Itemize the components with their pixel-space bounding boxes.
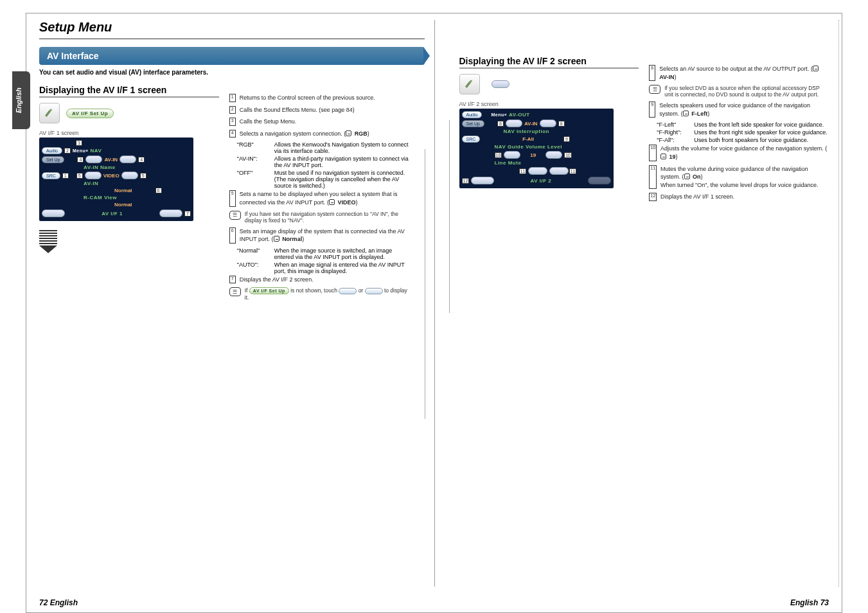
item-4: 4Selects a navigation system connection.… [229,130,409,138]
callout-3: 3 [76,140,82,146]
ui-nav-int-label: NAV Interruption [504,129,549,134]
item-9-opt-fright: "F-Right":Uses the front right side spea… [657,129,829,136]
ui-nav-label: NAV [91,148,102,154]
item-9: 9Selects speakers used for voice guidanc… [649,102,829,118]
disk-icon [684,173,690,179]
ui-right-arrow-4[interactable] [545,151,562,159]
item-5: 5Sets a name to be displayed when you se… [229,190,409,206]
ui-src-button[interactable]: SRC [42,172,60,179]
item-4-opt-avin: "AV-IN":Allows a third-party navigation … [237,155,409,168]
ui-line-mute-label: Line Mute [495,160,522,166]
av-if-2-screen: Audio Menu« AV-OUT Set Up 8 AV-IN [459,109,614,188]
callout-4b: 4 [138,157,145,163]
item-7: 7Displays the AV I/F 2 screen. [229,276,409,284]
section-title-bar: AV Interface [39,47,425,65]
ui-guide-vol-label: NAV Guide Volume Level [495,144,562,150]
subsection-heading-1: Displaying the AV I/F 1 screen [39,85,219,98]
device-button-row-2 [459,74,639,94]
callout-4: 4 [77,157,84,163]
footnote-left: ☰ If AV I/F Set Up is not shown, touch o… [229,287,409,301]
ui-avin-name-label: AV-IN Name [84,164,116,170]
ui-avin2-label: AV-IN [84,181,98,186]
ui-left-arrow-4[interactable] [504,151,520,159]
footer-left: 72 English [39,598,78,607]
disk-icon [660,154,666,159]
ui-avin-value-2: AV-IN [524,121,538,127]
ui-setup-button-2[interactable]: Set Up [462,120,484,127]
item-6: 6Sets an image display of the system tha… [229,227,409,244]
callout-11: 11 [519,168,527,174]
svg-rect-1 [470,80,472,82]
language-tab: English [12,71,30,129]
vertical-divider-left [425,149,425,419]
item-8: 8Selects an AV source to be output at th… [649,65,829,81]
ui-src-button-2[interactable]: SRC [462,136,481,143]
item-2: 2Calls the Sound Effects Menu. (see page… [229,106,409,114]
svg-rect-0 [50,109,52,111]
ui-next-page[interactable] [159,209,182,217]
ui-right-arrow-3[interactable] [540,120,556,127]
left-page: Setup Menu AV Interface You can set audi… [39,20,434,593]
ui-footer-1: AV I/F 1 [67,211,157,217]
callout-5: 5 [76,173,83,179]
ui-left-arrow[interactable] [85,155,102,163]
ui-normal-1: Normal [114,188,132,193]
right-page: Displaying the AV I/F 2 screen AV I/F 2 … [434,20,829,593]
ui-audio-button[interactable]: Audio [42,147,62,154]
device-icon [459,74,480,94]
ui-setup-button[interactable]: Set Up [42,156,64,163]
right-arrow-pill[interactable] [492,80,509,88]
screen-caption-2: AV I/F 2 screen [459,101,639,107]
item-10: 10Adjusts the volume for voice guidance … [649,145,829,161]
note-5: ☰If you have set the navigation system c… [229,211,409,224]
av-if-1-screen: 3 Audio 2 Menu« NAV Set Up 4 [39,138,193,221]
callout-10: 10 [495,152,502,158]
note-icon: ☰ [229,211,241,220]
title-underline [39,39,425,39]
ui-off-button[interactable] [549,167,569,175]
item-4-opt-rgb: "RGB"Allows the Kenwood's Navigation Sys… [237,141,409,154]
note-8: ☰If you select DVD as a source when the … [649,85,829,98]
item-4-opt-off: "OFF"Must be used if no navigation syste… [237,170,409,189]
callout-11b: 11 [569,168,577,174]
callout-7: 7 [184,211,191,217]
callout-9: 9 [563,136,570,142]
ui-prev-page-2[interactable] [471,177,494,184]
page-title: Setup Menu [39,20,425,35]
ui-prev-page[interactable] [42,209,65,217]
down-arrow-icon [39,230,58,253]
ui-avin-value: AV-IN [104,157,118,163]
item-1: 1Returns to the Control screen of the pr… [229,94,409,102]
ui-on-button[interactable] [528,167,547,175]
item-6-opt-auto: "AUTO":When an image signal is entered v… [237,262,409,274]
ui-left-arrow-3[interactable] [506,120,522,127]
callout-8: 8 [497,121,504,127]
disk-icon [274,236,279,242]
ui-audio-button-2[interactable]: Audio [462,111,483,118]
ui-avout-label: AV-OUT [509,112,530,118]
item-9-opt-fleft: "F-Left"Uses the front left side speaker… [657,121,829,128]
item-6-opt-normal: "Normal"When the image source is switche… [237,247,409,260]
callout-1: 1 [62,173,69,179]
callout-6: 6 [155,188,162,193]
ui-normal-2: Normal [114,202,132,208]
ui-right-arrow-2[interactable] [121,172,138,179]
right-dotted-margin [838,20,839,587]
manual-page: English Setup Menu AV Interface You can … [26,13,842,613]
ui-next-page-2[interactable] [588,177,611,184]
footer-right: English 73 [790,598,829,607]
callout-5b: 5 [140,173,146,179]
ui-right-arrow[interactable] [120,155,136,163]
note-icon: ☰ [649,85,660,94]
ui-left-arrow-2[interactable] [85,172,102,179]
av-if-setup-button[interactable]: AV I/F Set Up [66,109,114,118]
ui-menu-label: Menu« [73,148,89,153]
callout-8b: 8 [558,121,565,127]
item-9-opt-fall: "F-All":Uses both front speakers for voi… [657,137,829,143]
subsection-heading-2: Displaying the AV I/F 2 screen [459,56,639,69]
ui-rcam-label: R-CAM View [84,195,117,200]
disk-icon [329,199,335,205]
device-icon [39,103,60,123]
disk-icon [813,66,819,71]
item-11: 11Mutes the volume during voice guidance… [649,165,829,190]
